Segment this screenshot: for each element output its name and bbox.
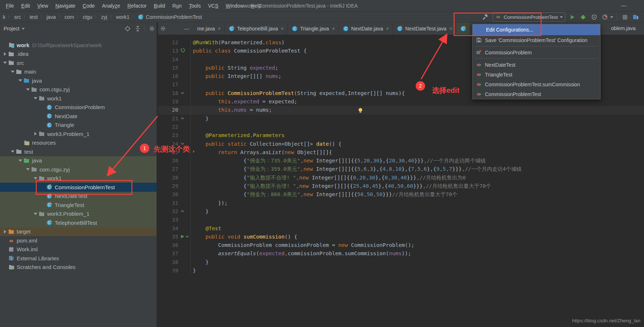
expanded-arrow-icon[interactable] <box>10 69 16 75</box>
project-view-chevron-icon[interactable] <box>22 28 25 30</box>
hide-tabs-dash-icon[interactable]: — <box>184 26 189 32</box>
tab-NextDateTest.java[interactable]: CNextDateTest.java× <box>393 22 456 34</box>
code-text[interactable]: public Integer[][] nums; <box>191 72 281 80</box>
menu-item-view[interactable]: View <box>34 2 52 10</box>
expanded-arrow-icon[interactable] <box>10 149 16 154</box>
menu-item-analyze[interactable]: Analyze <box>99 2 124 10</box>
expanded-arrow-icon[interactable] <box>25 166 31 172</box>
tree-item-src[interactable]: src <box>0 58 157 67</box>
code-text[interactable]: } <box>191 207 209 216</box>
tree-item-com.ctgu.zyj[interactable]: com.ctgu.zyj <box>0 85 157 94</box>
code-line-36[interactable]: 36 CommissionProblem commissionProblem =… <box>158 241 644 249</box>
code-line-29[interactable]: 29 {"输入数据不合理! ",new Integer[][]{{25,40,4… <box>158 182 644 190</box>
project-panel-title[interactable]: Project <box>4 26 20 32</box>
menu-item-refactor[interactable]: Refactor <box>124 2 150 10</box>
tree-item-target[interactable]: target <box>0 227 157 236</box>
code-line-21[interactable]: 21 } <box>158 115 644 123</box>
run-configuration-select[interactable]: CommissionProblemTest <box>493 12 565 22</box>
tree-item-resources[interactable]: resources <box>0 138 157 148</box>
close-icon[interactable]: × <box>332 26 335 32</box>
menu-item-build[interactable]: Build <box>150 2 169 10</box>
code-text[interactable]: }); <box>191 199 228 207</box>
code-line-23[interactable]: 23 @Parameterized.Parameters <box>158 131 644 140</box>
build-hammer-icon[interactable] <box>482 13 490 21</box>
menu-item-run[interactable]: Run <box>169 2 186 10</box>
code-text[interactable]: return Arrays.asList(new Object[][]{ <box>191 148 332 157</box>
code-line-24[interactable]: 24 public static Collection<Object[]> da… <box>158 140 644 148</box>
collapsed-arrow-icon[interactable] <box>33 131 38 137</box>
code-text[interactable]: @Test <box>191 224 221 233</box>
menu-item-code[interactable]: Code <box>79 2 98 10</box>
code-text[interactable]: {"佣金为：359.0美元",new Integer[][]{{5,6,3},{… <box>191 165 522 173</box>
popup-item-CommissionProblemTest-sumCommission[interactable]: CommissionProblemTest.sumCommission <box>473 79 600 89</box>
fold-end-icon[interactable] <box>180 207 184 216</box>
tree-item-com.ctgu.zyj[interactable]: com.ctgu.zyj <box>0 165 157 174</box>
code-text[interactable]: } <box>191 266 196 275</box>
expanded-arrow-icon[interactable] <box>33 175 38 181</box>
stop-button[interactable] <box>621 13 629 21</box>
code-text[interactable]: public String expected; <box>191 64 278 72</box>
code-text[interactable]: {"输入数据不合理! ",new Integer[][]{{0,20,30},{… <box>191 174 466 182</box>
fold-region-icon[interactable] <box>185 233 189 241</box>
code-text[interactable]: public static Collection<Object[]> date(… <box>191 140 341 148</box>
breadcrumb-item[interactable]: work1 <box>115 14 130 20</box>
close-icon[interactable]: × <box>281 26 284 32</box>
tree-item-work1[interactable]: work1 <box>0 174 157 183</box>
tree-item-work[interactable]: workD:\Soft\java\workSpace\work <box>0 41 157 50</box>
tab-me.java[interactable]: me.java× <box>194 22 225 34</box>
code-text[interactable]: CommissionProblem commissionProblem = ne… <box>191 241 414 249</box>
code-line-25[interactable]: 25 return Arrays.asList(new Object[][]{ <box>158 148 644 157</box>
code-text[interactable]: public void sumCommission() { <box>191 233 297 241</box>
tree-item-External-Libraries[interactable]: External Libraries <box>0 254 157 263</box>
run-test-icon[interactable] <box>180 233 184 241</box>
tree-item-CommissionProblem[interactable]: CCommissionProblem <box>0 103 157 112</box>
popup-item-NextDateTest[interactable]: NextDateTest <box>473 60 600 70</box>
tool-windows-icon[interactable] <box>632 13 640 21</box>
expanded-arrow-icon[interactable] <box>2 60 8 66</box>
locate-file-icon[interactable] <box>124 25 131 32</box>
code-text[interactable]: {"佣金为：860.0美元",new Integer[][]{{50,50,50… <box>191 190 457 199</box>
tree-item-NextDateTest[interactable]: CNextDateTest <box>0 192 157 201</box>
tree-item-Scratches-and-Consoles[interactable]: Scratches and Consoles <box>0 263 157 272</box>
minimize-button[interactable]: — <box>621 2 627 8</box>
tree-item-.idea[interactable]: .idea <box>0 50 157 59</box>
menu-item-edit[interactable]: Edit <box>18 2 34 10</box>
profiler-chevron-icon[interactable] <box>610 16 613 18</box>
tree-item-work3.Problem_1[interactable]: work3.Problem_1 <box>0 129 157 138</box>
expanded-arrow-icon[interactable] <box>25 87 31 92</box>
code-line-32[interactable]: 32 } <box>158 207 644 216</box>
tree-item-Work.iml[interactable]: Work.iml <box>0 245 157 254</box>
collapsed-arrow-icon[interactable] <box>2 51 8 57</box>
panel-settings-gear-icon[interactable] <box>149 25 155 32</box>
close-icon[interactable]: × <box>449 26 452 32</box>
fold-region-icon[interactable] <box>180 89 184 98</box>
coverage-icon[interactable] <box>590 13 598 21</box>
code-text[interactable] <box>191 80 193 89</box>
tree-item-Triangle[interactable]: CTriangle <box>0 121 157 130</box>
tree-item-work1[interactable]: work1 <box>0 94 157 103</box>
code-text[interactable]: this.nums = nums; <box>191 106 272 114</box>
code-line-39[interactable]: 39} <box>158 266 644 275</box>
expanded-arrow-icon[interactable] <box>17 158 23 164</box>
tree-item-main[interactable]: main <box>0 67 157 76</box>
code-text[interactable] <box>191 55 193 64</box>
code-line-31[interactable]: 31 }); <box>158 199 644 207</box>
tree-item-TriangleTest[interactable]: CTriangleTest <box>0 200 157 210</box>
code-line-27[interactable]: 27 {"佣金为：359.0美元",new Integer[][]{{5,6,3… <box>158 165 644 173</box>
code-line-26[interactable]: 26 {"佣金为：735.0美元",new Integer[][]{{5,20,… <box>158 157 644 165</box>
code-line-30[interactable]: 30 {"佣金为：860.0美元",new Integer[][]{{50,50… <box>158 190 644 199</box>
tree-item-pom.xml[interactable]: mpom.xml <box>0 236 157 245</box>
tab-active-test[interactable]: C <box>456 22 470 34</box>
code-line-34[interactable]: 34 @Test <box>158 224 644 233</box>
tree-item-test[interactable]: test <box>0 147 157 156</box>
code-line-20[interactable]: 20 this.nums = nums; <box>158 106 644 114</box>
popup-item-Save-CommissionProblemTest-Configuration[interactable]: Save 'CommissionProblemTest' Configurati… <box>473 35 600 45</box>
profiler-icon[interactable] <box>601 13 609 21</box>
breadcrumb-leaf[interactable]: CCommissionProblemTest <box>137 14 202 20</box>
editor-gear-icon[interactable] <box>159 25 166 32</box>
code-line-38[interactable]: 38 } <box>158 258 644 266</box>
breadcrumb-item[interactable]: test <box>29 14 39 20</box>
debug-bug-icon[interactable] <box>579 13 587 21</box>
breadcrumb-item[interactable]: src <box>13 14 22 20</box>
tree-item-TelephoneBillTest[interactable]: CTelephoneBillTest <box>0 218 157 227</box>
